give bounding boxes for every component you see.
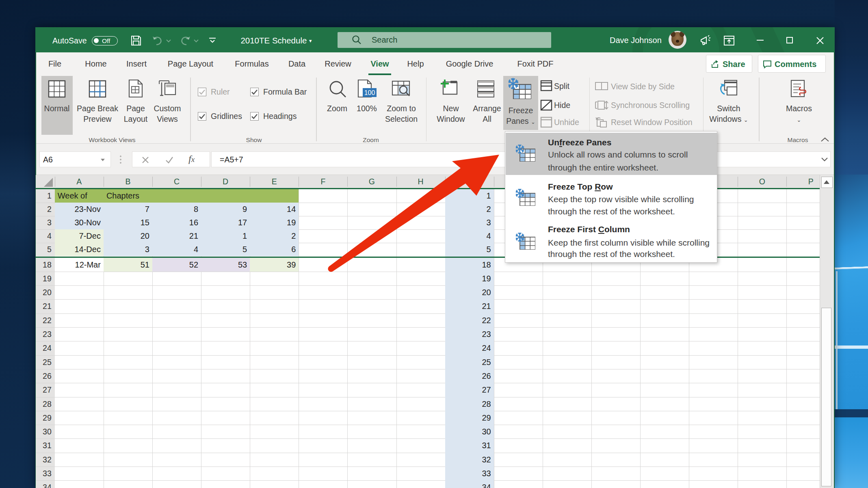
- svg-text:100: 100: [364, 89, 375, 96]
